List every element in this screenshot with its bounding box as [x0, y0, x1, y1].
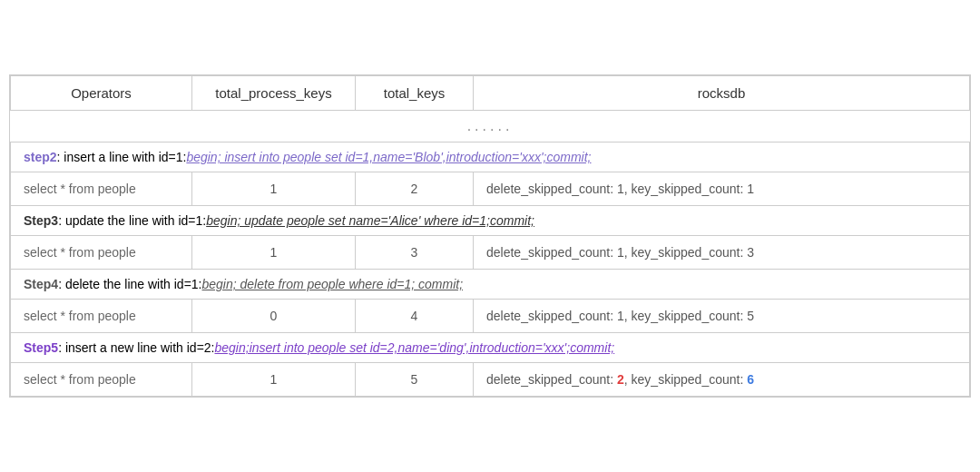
header-rocksdb: rocksdb — [474, 76, 970, 111]
step-desc: : delete the line with id=1: — [58, 277, 201, 291]
total-keys-cell: 2 — [356, 172, 474, 206]
total-keys-cell: 5 — [356, 363, 474, 397]
step-label: Step5 — [24, 340, 58, 355]
step-code: begin;insert into people set id=2,name='… — [215, 340, 615, 355]
total-process-keys-cell: 1 — [192, 363, 356, 397]
data-row: select * from people12delete_skipped_cou… — [11, 172, 970, 206]
dots-row: ...... — [11, 111, 970, 143]
step-label: Step3 — [24, 213, 58, 228]
step-row: step2: insert a line with id=1:begin; in… — [11, 143, 970, 172]
data-row: select * from people04delete_skipped_cou… — [11, 300, 970, 333]
step-code: begin; insert into people set id=1,name=… — [186, 150, 591, 164]
rocksdb-part: , key_skipped_count: — [624, 372, 747, 387]
dots-cell: ...... — [11, 111, 970, 143]
data-row: select * from people13delete_skipped_cou… — [11, 236, 970, 270]
total-process-keys-cell: 1 — [192, 236, 356, 270]
rocksdb-part: 2 — [617, 372, 624, 387]
header-row: Operators total_process_keys total_keys … — [11, 76, 970, 111]
rocksdb-part: 6 — [747, 372, 754, 387]
data-row: select * from people15delete_skipped_cou… — [11, 363, 970, 397]
table-body: ...... step2: insert a line with id=1:be… — [11, 111, 970, 397]
total-process-keys-cell: 0 — [192, 300, 356, 333]
rocksdb-cell: delete_skipped_count: 1, key_skipped_cou… — [474, 172, 970, 206]
header-total-process-keys: total_process_keys — [192, 76, 356, 111]
main-table-wrapper: Operators total_process_keys total_keys … — [9, 74, 971, 398]
header-total-keys: total_keys — [356, 76, 474, 111]
step-row: Step5: insert a new line with id=2:begin… — [11, 333, 970, 363]
step-desc: : insert a new line with id=2: — [58, 340, 214, 355]
operator-cell: select * from people — [11, 363, 192, 397]
rocksdb-cell: delete_skipped_count: 1, key_skipped_cou… — [474, 300, 970, 333]
step-desc: : update the line with id=1: — [58, 213, 206, 228]
step-code: begin; update people set name='Alice' wh… — [206, 213, 534, 228]
data-table: Operators total_process_keys total_keys … — [10, 75, 970, 397]
rocksdb-part: delete_skipped_count: — [486, 372, 617, 387]
step-code: begin; delete from people where id=1; co… — [202, 277, 464, 291]
total-keys-cell: 3 — [356, 236, 474, 270]
step-row: Step3: update the line with id=1:begin; … — [11, 206, 970, 236]
step-label: step2 — [24, 150, 57, 164]
step-desc: : insert a line with id=1: — [57, 150, 187, 164]
operator-cell: select * from people — [11, 300, 192, 333]
operator-cell: select * from people — [11, 172, 192, 206]
header-operators: Operators — [11, 76, 192, 111]
rocksdb-cell: delete_skipped_count: 1, key_skipped_cou… — [474, 236, 970, 270]
total-keys-cell: 4 — [356, 300, 474, 333]
step-row: Step4: delete the line with id=1:begin; … — [11, 270, 970, 300]
operator-cell: select * from people — [11, 236, 192, 270]
rocksdb-cell: delete_skipped_count: 2, key_skipped_cou… — [474, 363, 970, 397]
total-process-keys-cell: 1 — [192, 172, 356, 206]
step-label: Step4 — [24, 277, 58, 291]
